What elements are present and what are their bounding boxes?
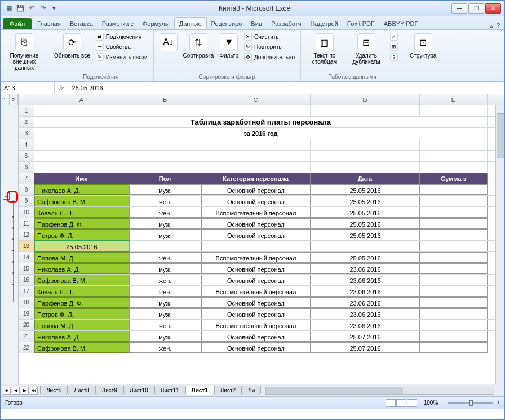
minimize-ribbon-icon[interactable]: ▵ <box>490 22 493 29</box>
row-header[interactable]: 13 <box>19 241 34 251</box>
outline-level-1[interactable]: 1 <box>1 94 10 105</box>
col-header-c[interactable]: C <box>201 94 311 105</box>
remove-duplicates-button[interactable]: ⊟ Удалить дубликаты <box>347 32 386 66</box>
sum-cell[interactable] <box>420 342 488 353</box>
page-layout-button[interactable] <box>396 399 406 407</box>
scroll-thumb[interactable] <box>497 113 504 158</box>
date-cell[interactable]: 25.07.2016 <box>311 342 420 353</box>
validation-button[interactable]: ✓ <box>389 32 399 41</box>
file-tab[interactable]: Файл <box>3 18 32 29</box>
row-header[interactable]: 11 <box>19 218 34 229</box>
date-cell[interactable]: 25.05.2016 <box>311 229 420 240</box>
cell[interactable] <box>201 162 311 173</box>
sheet-tab[interactable]: Лист8 <box>68 386 95 395</box>
select-all-corner[interactable] <box>19 94 34 105</box>
tab-nav-first[interactable]: ⏮ <box>3 387 11 395</box>
tab-nav-prev[interactable]: ◀ <box>12 387 20 395</box>
col-category-header[interactable]: Категория персонала <box>201 173 311 184</box>
sort-button[interactable]: ⇅ Сортировка <box>182 32 215 60</box>
date-cell[interactable]: 25.05.2016 <box>311 196 420 206</box>
vertical-scrollbar[interactable] <box>495 105 504 384</box>
row-header[interactable]: 12 <box>19 229 34 240</box>
row-header[interactable]: 18 <box>19 297 34 308</box>
gender-cell[interactable]: муж. <box>129 229 201 240</box>
gender-cell[interactable]: муж. <box>129 331 201 342</box>
gender-cell[interactable]: муж. <box>129 263 201 274</box>
cell[interactable] <box>420 105 488 116</box>
sum-cell[interactable] <box>420 229 488 240</box>
sort-az-button[interactable]: A↓ <box>158 32 179 52</box>
date-cell[interactable]: 23.06.2016 <box>311 320 420 330</box>
zoom-in-button[interactable]: + <box>497 400 500 406</box>
tab-insert[interactable]: Вставка <box>65 18 98 29</box>
gender-cell[interactable]: жен. <box>129 320 201 330</box>
hscroll-thumb[interactable] <box>266 387 402 394</box>
page-break-button[interactable] <box>407 399 417 407</box>
category-cell[interactable]: Основной персонал <box>201 196 311 206</box>
name-cell[interactable]: Николаев А. Д. <box>34 263 129 274</box>
gender-cell[interactable]: муж. <box>129 297 201 308</box>
name-cell[interactable]: Петров Ф. Л. <box>34 308 129 319</box>
row-header[interactable]: 8 <box>19 184 34 195</box>
category-cell[interactable]: Основной персонал <box>201 275 311 285</box>
outline-button[interactable]: ⊡ Структура <box>409 32 437 60</box>
fx-icon[interactable]: fx <box>55 85 69 91</box>
cell[interactable] <box>201 139 311 150</box>
row-header[interactable]: 16 <box>19 275 34 285</box>
cell[interactable] <box>311 139 420 150</box>
col-header-d[interactable]: D <box>311 94 420 105</box>
row-header[interactable]: 6 <box>19 162 34 173</box>
outline-level-2[interactable]: 2 <box>10 94 19 105</box>
cell[interactable] <box>311 151 420 161</box>
tab-home[interactable]: Главная <box>33 18 65 29</box>
gender-cell[interactable]: жен. <box>129 342 201 353</box>
tab-developer[interactable]: Разработч <box>267 18 305 29</box>
cell[interactable] <box>420 241 488 251</box>
tab-layout[interactable]: Разметка с <box>98 18 138 29</box>
date-cell[interactable]: 25.07.2016 <box>311 331 420 342</box>
name-cell[interactable]: Сафронова В. М. <box>34 342 129 353</box>
col-date-header[interactable]: Дата <box>311 173 420 184</box>
properties-button[interactable]: ☰Свойства <box>95 42 149 51</box>
page-title[interactable]: Таблица заработной платы персонала <box>34 117 488 127</box>
page-subtitle[interactable]: за 2016 год <box>34 128 488 139</box>
cell[interactable] <box>420 139 488 150</box>
text-to-columns-button[interactable]: ▥ Текст по столбцам <box>305 32 344 66</box>
cell[interactable] <box>34 162 129 173</box>
sum-cell[interactable] <box>420 218 488 229</box>
category-cell[interactable]: Основной персонал <box>201 308 311 319</box>
redo-icon[interactable]: ↷ <box>38 3 48 14</box>
external-data-button[interactable]: ⎘ Получение внешних данных <box>5 32 43 72</box>
tab-data[interactable]: Данные <box>174 17 207 29</box>
gender-cell[interactable]: жен. <box>129 275 201 285</box>
sheet-tab[interactable]: Лист9 <box>96 386 123 395</box>
cell[interactable] <box>34 151 129 161</box>
zoom-thumb[interactable] <box>469 400 473 406</box>
tab-addins[interactable]: Надстрой <box>305 18 342 29</box>
sum-cell[interactable] <box>420 331 488 342</box>
category-cell[interactable]: Основной персонал <box>201 297 311 308</box>
edit-links-button[interactable]: ✎Изменить связи <box>95 52 149 61</box>
name-cell[interactable]: Парфенов Д. Ф. <box>34 218 129 229</box>
whatif-button[interactable]: ? <box>389 52 399 61</box>
category-cell[interactable]: Основной персонал <box>201 218 311 229</box>
sum-cell[interactable] <box>420 184 488 195</box>
tab-nav-last[interactable]: ⏭ <box>30 387 38 395</box>
sheet-tab[interactable]: Лист5 <box>40 386 68 395</box>
consolidate-button[interactable]: ⊞ <box>389 42 399 51</box>
name-cell[interactable]: Парфенов Д. Ф. <box>34 297 129 308</box>
gender-cell[interactable]: муж. <box>129 218 201 229</box>
cell[interactable] <box>201 105 311 116</box>
col-header-a[interactable]: A <box>34 94 129 105</box>
name-cell[interactable]: Коваль Л. П. <box>34 207 129 218</box>
row-header[interactable]: 2 <box>19 117 34 127</box>
maximize-button[interactable]: ☐ <box>468 3 484 14</box>
row-header[interactable]: 10 <box>19 207 34 218</box>
gender-cell[interactable]: муж. <box>129 308 201 319</box>
date-cell[interactable]: 25.05.2016 <box>311 207 420 218</box>
name-cell[interactable]: Николаев А. Д. <box>34 184 129 195</box>
category-cell[interactable]: Вспомогательный персонал <box>201 320 311 330</box>
sheet-tab[interactable]: Лист2 <box>214 386 242 395</box>
zoom-out-button[interactable]: − <box>441 400 445 406</box>
sum-cell[interactable] <box>420 320 488 330</box>
